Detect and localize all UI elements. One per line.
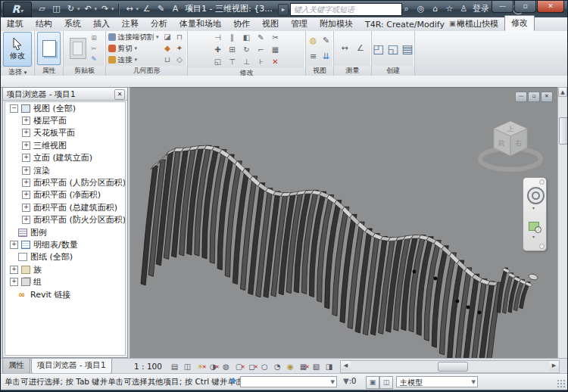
create-component-icon[interactable]: ◰ [373, 42, 384, 56]
expand-icon[interactable]: + [10, 241, 18, 249]
cut-icon[interactable]: ✂ [89, 44, 100, 54]
viewcube-front-label[interactable]: 前 [498, 139, 505, 147]
workset-dropdown[interactable]: ▼ [240, 376, 337, 387]
剪切-button[interactable]: 剪切▾ [108, 43, 159, 54]
crop-region-icon[interactable]: ◻✕ [245, 361, 258, 372]
ribbon-state-toggle-icon[interactable]: ▣ ▾ [449, 20, 461, 27]
horizontal-scroll-thumb[interactable] [438, 362, 468, 372]
palette-tab-属性[interactable]: 属性 [2, 359, 30, 374]
delete-icon[interactable]: ✕ [269, 56, 282, 67]
collapse-icon[interactable]: − [10, 104, 18, 113]
expand-icon[interactable]: + [22, 216, 30, 224]
angular-dimension-icon[interactable]: ∠ [353, 41, 368, 56]
tree-item-渲染[interactable]: +渲染 [5, 164, 125, 176]
ribbon-tab-附加模块[interactable]: 附加模块 [314, 17, 359, 31]
paste-button[interactable] [70, 38, 86, 59]
rotate-icon[interactable]: ↻ [240, 44, 254, 55]
redo-icon[interactable]: ↷ [98, 3, 111, 15]
palette-tab-项目浏览器 - 项目1[interactable]: 项目浏览器 - 项目1 [31, 359, 112, 374]
reference-point-dot[interactable] [467, 306, 470, 310]
连接端切割-button[interactable]: 连接端切割▾ [108, 32, 159, 42]
steering-wheel-icon[interactable] [527, 187, 545, 204]
view-restore-icon[interactable]: ▫ [528, 92, 540, 102]
sync-icon[interactable]: ↻ [64, 3, 77, 15]
tree-item-面积平面 (总建筑面积)[interactable]: +面积平面 (总建筑面积) [5, 201, 125, 213]
ribbon-tab-管理[interactable]: 管理 [285, 17, 314, 31]
ribbon-tab-协作[interactable]: 协作 [227, 17, 256, 31]
reference-point-dot[interactable] [478, 311, 482, 315]
scroll-right-icon[interactable]: ▶ [549, 361, 559, 371]
filter-icon[interactable]: ▼:0 [343, 377, 356, 385]
viewcube[interactable]: 上 前 右 [474, 109, 547, 179]
thin-lines-icon[interactable]: ✎ [320, 33, 332, 48]
analytical-model-icon[interactable]: ▦✕ [297, 361, 310, 372]
viewcube-top-label[interactable]: 上 [507, 125, 514, 132]
move-icon[interactable]: ✚ [211, 44, 225, 55]
dimension-icon[interactable]: ∠ [140, 3, 153, 15]
beam-coping-icon[interactable]: ⊔ [162, 54, 173, 65]
tree-item-三维视图[interactable]: +三维视图 [5, 139, 125, 151]
expand-icon[interactable]: + [22, 166, 30, 175]
ribbon-tab-建筑[interactable]: 建筑 [1, 17, 30, 31]
array-icon[interactable]: ▦ [269, 44, 282, 55]
viewcube-right-label[interactable]: 右 [515, 139, 523, 147]
linework-icon[interactable]: ≡ [307, 49, 320, 64]
mirror-axis-icon[interactable]: ◧ [240, 32, 254, 43]
offset-icon[interactable]: ∥ [226, 32, 239, 43]
split-face-icon[interactable]: ◪ [162, 32, 173, 42]
tree-item-明细表/数量[interactable]: +明细表/数量 [5, 238, 125, 250]
trim-icon[interactable]: ⌐ [254, 44, 268, 55]
design-option-dropdown[interactable]: 主模型▼ [396, 376, 478, 387]
minimize-button[interactable]: — [492, 1, 513, 13]
save-icon[interactable]: ◫ [50, 3, 63, 15]
scale-button[interactable]: 1 : 100 [134, 362, 162, 371]
project-browser-title[interactable]: 项目浏览器 - 项目1 ✕ [3, 88, 127, 101]
tree-item-图纸 (全部)[interactable]: 图纸 (全部) [5, 251, 125, 263]
ribbon-tab-分析[interactable]: 分析 [145, 17, 173, 31]
unlock-3d-icon[interactable]: ○ [258, 361, 271, 372]
open-icon[interactable]: ▱ [36, 3, 48, 15]
tree-item-立面 (建筑立面)[interactable]: +立面 (建筑立面) [5, 152, 125, 164]
vertical-scroll-thumb[interactable] [559, 117, 568, 145]
crop-view-icon[interactable]: ▢✕ [233, 361, 245, 372]
split-icon[interactable]: ✂ [269, 32, 282, 43]
drawing-viewport[interactable]: — ▫ ✕ 上 前 右 ▾ ▾ [130, 87, 560, 359]
navbar-option-icon[interactable] [539, 179, 545, 185]
restore-button[interactable]: ▫ [514, 1, 536, 13]
expand-icon[interactable]: + [22, 204, 30, 212]
wall-sweep-icon[interactable]: ⊓ [174, 32, 186, 42]
unpin-icon[interactable]: ⊥ [240, 56, 254, 67]
align-icon[interactable]: ⊣ [211, 32, 225, 43]
temporary-hide-isolate-icon[interactable]: ◔ [271, 361, 284, 372]
exclude-options-toggle-icon[interactable]: ◫ [379, 376, 393, 389]
reference-point-dot[interactable] [456, 300, 460, 303]
sun-path-icon[interactable]: ☀✕ [194, 361, 207, 372]
zoom-icon[interactable] [529, 222, 539, 231]
highlight-displacement-icon[interactable]: ▧ [310, 361, 323, 372]
visual-style-icon[interactable]: ◫ [181, 361, 194, 372]
tree-item-Revit 链接[interactable]: ∞Revit 链接 [5, 288, 125, 300]
create-group-icon[interactable]: ▤ [402, 42, 414, 56]
ribbon-tab-注释[interactable]: 注释 [116, 17, 145, 31]
signin-label[interactable]: 登录 [473, 3, 489, 14]
ribbon-tab-结构[interactable]: 结构 [30, 17, 58, 31]
scroll-up-icon[interactable]: ▲ [558, 87, 567, 97]
resize-grip[interactable] [557, 379, 566, 388]
wheel-dropdown-icon[interactable]: ▾ [532, 205, 535, 210]
tree-item-面积平面 (防火分区面积)[interactable]: +面积平面 (防火分区面积) [5, 214, 125, 226]
tree-item-面积平面 (净面积)[interactable]: +面积平面 (净面积) [5, 189, 125, 201]
reference-point-dot[interactable] [434, 277, 438, 281]
连接-button[interactable]: 连接▾ [108, 54, 159, 65]
expand-icon[interactable]: + [22, 117, 30, 125]
paint-icon[interactable]: ◆ [162, 43, 173, 54]
sync-icon-caret[interactable]: ▾ [77, 6, 80, 12]
view-minimize-icon[interactable]: — [515, 92, 527, 102]
detail-level-icon[interactable]: ▤ [168, 361, 181, 372]
worksharing-display-icon[interactable]: ◨ [323, 361, 335, 372]
expand-icon[interactable]: + [22, 191, 30, 199]
reveal-hidden-icon[interactable]: ◉ [284, 361, 297, 372]
expand-icon[interactable]: + [22, 142, 30, 150]
measure-icon[interactable]: ↔ [123, 3, 136, 15]
expand-icon[interactable]: + [22, 154, 30, 162]
horizontal-scrollbar[interactable]: ◀ ▶ [340, 360, 560, 373]
